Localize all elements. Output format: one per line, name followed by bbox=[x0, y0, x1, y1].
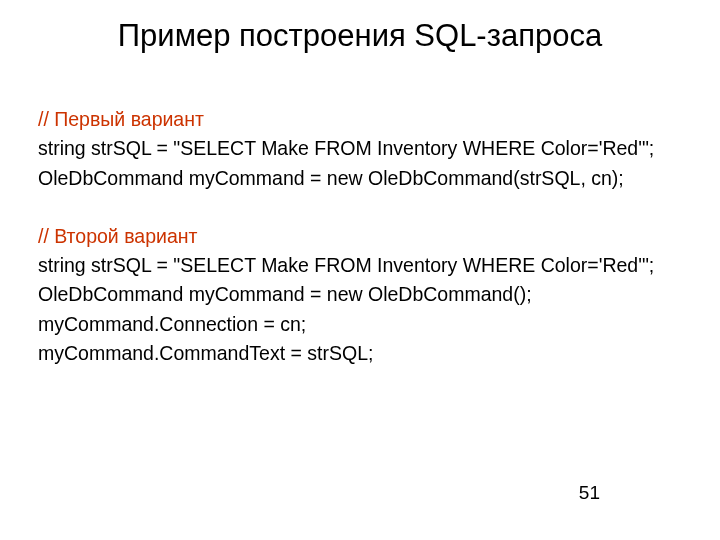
code-line: OleDbCommand myCommand = new OleDbComman… bbox=[38, 280, 682, 309]
slide-body: // Первый вариант string strSQL = "SELEC… bbox=[38, 105, 682, 368]
slide: Пример построения SQL-запроса // Первый … bbox=[0, 0, 720, 540]
code-line: string strSQL = "SELECT Make FROM Invent… bbox=[38, 134, 682, 163]
code-line: OleDbCommand myCommand = new OleDbComman… bbox=[38, 164, 682, 193]
blank-line bbox=[38, 193, 682, 222]
slide-title: Пример построения SQL-запроса bbox=[0, 18, 720, 54]
page-number: 51 bbox=[579, 482, 600, 504]
comment-variant-1: // Первый вариант bbox=[38, 105, 682, 134]
code-line: string strSQL = "SELECT Make FROM Invent… bbox=[38, 251, 682, 280]
code-line: myCommand.CommandText = strSQL; bbox=[38, 339, 682, 368]
code-line: myCommand.Connection = cn; bbox=[38, 310, 682, 339]
comment-variant-2: // Второй вариант bbox=[38, 222, 682, 251]
